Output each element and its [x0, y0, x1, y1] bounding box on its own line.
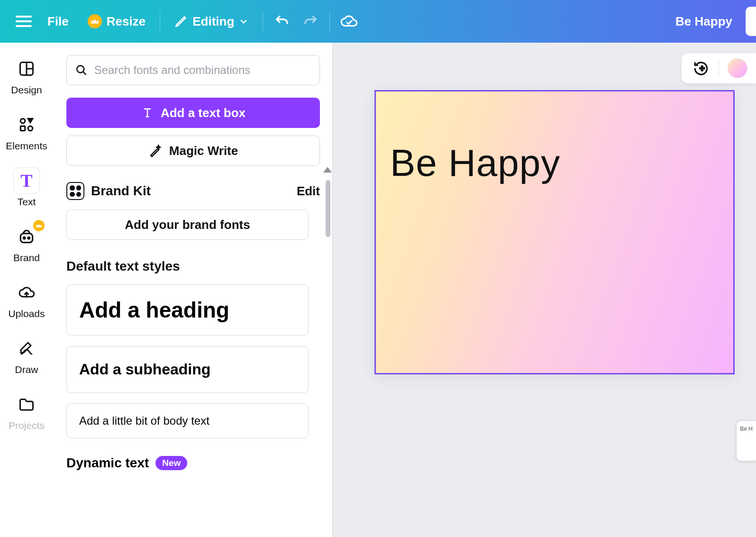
main-area: Design Elements T Text Brand	[0, 43, 756, 537]
nav-item-draw[interactable]: Draw	[0, 329, 53, 380]
canvas-floating-toolbar: +	[682, 53, 756, 83]
search-input[interactable]	[94, 64, 311, 77]
right-panel-peek	[746, 7, 756, 36]
heading-card-label: Add a heading	[79, 298, 229, 322]
animate-button[interactable]: +	[692, 59, 710, 77]
resize-label: Resize	[107, 14, 146, 29]
svg-rect-3	[28, 126, 33, 131]
canvas-text-element[interactable]: Be Happy	[390, 141, 560, 185]
add-text-box-button[interactable]: Add a text box	[66, 98, 320, 128]
nav-item-projects[interactable]: Projects	[0, 385, 53, 436]
svg-point-5	[23, 237, 25, 239]
new-badge: New	[155, 456, 187, 470]
top-toolbar: File Resize Editing Be Happy	[0, 0, 756, 43]
brand-hub-icon	[18, 228, 36, 246]
svg-point-6	[28, 237, 30, 239]
redo-button[interactable]	[296, 7, 325, 36]
hamburger-icon	[16, 16, 32, 27]
nav-item-design[interactable]: Design	[0, 49, 53, 100]
page-thumbnail-preview[interactable]: Be H	[736, 420, 756, 461]
crown-icon	[88, 14, 102, 28]
svg-point-7	[77, 65, 84, 73]
crown-icon	[33, 220, 45, 231]
canvas-page[interactable]: Be Happy	[374, 90, 735, 374]
nav-label: Brand	[13, 252, 40, 264]
svg-rect-2	[20, 126, 25, 131]
redo-icon	[302, 13, 319, 29]
text-panel: Add a text box Magic Write Brand Kit Edi…	[53, 43, 333, 537]
add-subheading-card[interactable]: Add a subheading	[66, 346, 309, 393]
default-text-styles-heading: Default text styles	[66, 259, 320, 274]
text-icon: T	[20, 172, 32, 190]
main-menu-button[interactable]	[9, 7, 38, 36]
chevron-down-icon	[239, 17, 248, 26]
svg-text:+: +	[700, 63, 705, 73]
file-label: File	[47, 14, 69, 29]
toolbar-divider	[329, 12, 330, 31]
resize-button[interactable]: Resize	[78, 9, 155, 34]
text-box-icon	[141, 106, 154, 119]
dynamic-text-row: Dynamic text New	[66, 455, 320, 471]
nav-item-brand[interactable]: Brand	[0, 217, 53, 268]
document-title[interactable]: Be Happy	[675, 14, 747, 29]
cloud-check-icon	[340, 12, 358, 30]
draw-icon	[18, 340, 35, 357]
panel-scrollbar[interactable]	[326, 171, 330, 280]
add-brand-fonts-button[interactable]: Add your brand fonts	[66, 209, 309, 240]
add-body-text-card[interactable]: Add a little bit of body text	[66, 403, 309, 438]
magic-write-label: Magic Write	[169, 144, 238, 158]
brand-kit-row: Brand Kit Edit	[66, 182, 320, 200]
shapes-icon	[18, 116, 36, 134]
canvas-area[interactable]: + Be Happy Be H	[333, 43, 756, 537]
add-heading-card[interactable]: Add a heading	[66, 284, 309, 336]
layout-icon	[18, 60, 35, 77]
mini-preview-text: Be H	[740, 426, 753, 432]
add-text-box-label: Add a text box	[161, 106, 246, 120]
cloud-sync-button[interactable]	[335, 7, 363, 36]
nav-label: Design	[11, 84, 42, 96]
brand-kit-edit-link[interactable]: Edit	[297, 184, 320, 199]
scrollbar-thumb[interactable]	[326, 180, 330, 237]
add-brand-fonts-label: Add your brand fonts	[125, 218, 250, 232]
pencil-icon	[174, 15, 188, 28]
subheading-card-label: Add a subheading	[79, 361, 210, 378]
editing-label: Editing	[192, 14, 234, 29]
brand-kit-label: Brand Kit	[91, 183, 151, 199]
folder-icon	[18, 396, 35, 413]
brand-kit-icon	[66, 182, 84, 200]
nav-item-uploads[interactable]: Uploads	[0, 273, 53, 324]
dynamic-text-label: Dynamic text	[66, 455, 149, 471]
magic-write-button[interactable]: Magic Write	[66, 136, 320, 166]
magic-write-icon	[148, 144, 163, 158]
nav-item-text[interactable]: T Text	[0, 161, 53, 212]
file-menu[interactable]: File	[38, 9, 78, 34]
search-icon	[75, 64, 88, 77]
toolbar-divider	[719, 60, 719, 77]
cloud-upload-icon	[18, 284, 35, 301]
background-color-swatch[interactable]	[728, 58, 747, 78]
animate-icon: +	[692, 59, 710, 77]
undo-button[interactable]	[268, 7, 296, 36]
toolbar-divider	[160, 12, 160, 31]
nav-label: Projects	[9, 420, 45, 431]
svg-rect-4	[20, 234, 32, 243]
nav-rail: Design Elements T Text Brand	[0, 43, 53, 537]
editing-mode-dropdown[interactable]: Editing	[165, 9, 258, 34]
search-input-container[interactable]	[66, 55, 320, 85]
nav-label: Elements	[6, 140, 47, 152]
body-card-label: Add a little bit of body text	[79, 414, 209, 427]
nav-label: Uploads	[8, 308, 45, 319]
svg-point-1	[20, 118, 25, 123]
nav-label: Draw	[15, 364, 38, 375]
nav-label: Text	[18, 196, 36, 208]
nav-item-elements[interactable]: Elements	[0, 105, 53, 156]
undo-icon	[274, 13, 290, 29]
toolbar-divider	[263, 12, 263, 31]
